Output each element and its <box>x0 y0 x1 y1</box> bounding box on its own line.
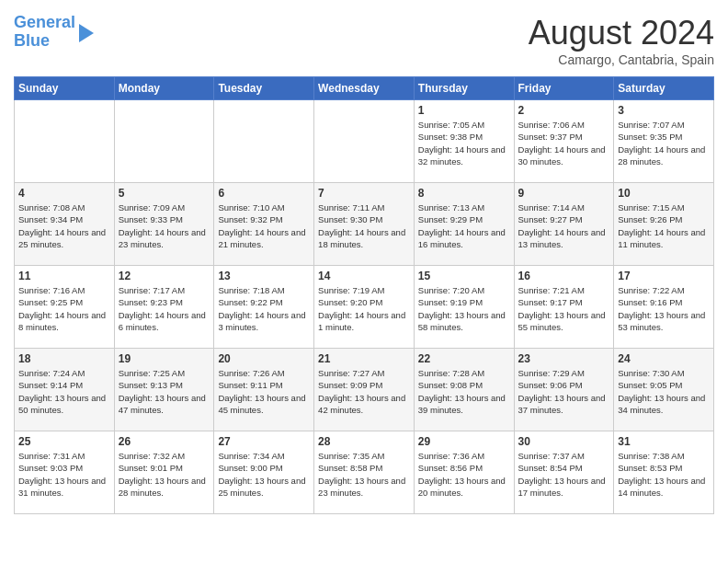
day-cell <box>214 100 314 183</box>
day-cell: 1Sunrise: 7:05 AMSunset: 9:38 PMDaylight… <box>414 100 514 183</box>
day-number: 20 <box>218 352 310 365</box>
day-info: Sunrise: 7:34 AMSunset: 9:00 PMDaylight:… <box>218 450 310 499</box>
day-number: 2 <box>518 104 610 117</box>
day-info: Sunrise: 7:31 AMSunset: 9:03 PMDaylight:… <box>18 450 110 499</box>
day-cell: 22Sunrise: 7:28 AMSunset: 9:08 PMDayligh… <box>414 349 514 431</box>
day-cell: 28Sunrise: 7:35 AMSunset: 8:58 PMDayligh… <box>314 431 415 514</box>
day-cell: 29Sunrise: 7:36 AMSunset: 8:56 PMDayligh… <box>414 431 514 514</box>
day-cell: 9Sunrise: 7:14 AMSunset: 9:27 PMDaylight… <box>514 183 614 266</box>
day-cell: 15Sunrise: 7:20 AMSunset: 9:19 PMDayligh… <box>414 266 514 349</box>
day-info: Sunrise: 7:10 AMSunset: 9:32 PMDaylight:… <box>218 201 310 250</box>
day-cell: 19Sunrise: 7:25 AMSunset: 9:13 PMDayligh… <box>114 349 214 431</box>
day-cell: 18Sunrise: 7:24 AMSunset: 9:14 PMDayligh… <box>15 349 115 431</box>
day-number: 17 <box>618 270 710 282</box>
day-number: 4 <box>18 187 110 200</box>
day-number: 1 <box>418 104 510 117</box>
day-info: Sunrise: 7:13 AMSunset: 9:29 PMDaylight:… <box>418 201 510 250</box>
day-number: 7 <box>318 187 410 200</box>
day-cell: 24Sunrise: 7:30 AMSunset: 9:05 PMDayligh… <box>614 349 714 431</box>
day-info: Sunrise: 7:21 AMSunset: 9:17 PMDaylight:… <box>518 284 610 333</box>
header-tuesday: Tuesday <box>214 77 314 100</box>
day-cell: 14Sunrise: 7:19 AMSunset: 9:20 PMDayligh… <box>314 266 415 349</box>
day-info: Sunrise: 7:22 AMSunset: 9:16 PMDaylight:… <box>618 284 710 333</box>
day-number: 21 <box>318 352 410 365</box>
day-info: Sunrise: 7:28 AMSunset: 9:08 PMDaylight:… <box>418 367 510 416</box>
header-friday: Friday <box>514 77 614 100</box>
day-cell: 11Sunrise: 7:16 AMSunset: 9:25 PMDayligh… <box>15 266 115 349</box>
day-cell: 4Sunrise: 7:08 AMSunset: 9:34 PMDaylight… <box>15 183 115 266</box>
day-cell: 7Sunrise: 7:11 AMSunset: 9:30 PMDaylight… <box>314 183 415 266</box>
day-number: 11 <box>18 270 110 282</box>
week-row-4: 18Sunrise: 7:24 AMSunset: 9:14 PMDayligh… <box>15 349 714 431</box>
day-cell: 30Sunrise: 7:37 AMSunset: 8:54 PMDayligh… <box>514 431 614 514</box>
day-number: 18 <box>18 352 110 365</box>
page-header: General Blue August 2024 Camargo, Cantab… <box>14 14 714 67</box>
day-number: 3 <box>618 104 710 117</box>
day-cell: 25Sunrise: 7:31 AMSunset: 9:03 PMDayligh… <box>15 431 115 514</box>
day-info: Sunrise: 7:05 AMSunset: 9:38 PMDaylight:… <box>418 119 510 167</box>
day-cell: 17Sunrise: 7:22 AMSunset: 9:16 PMDayligh… <box>614 266 714 349</box>
day-info: Sunrise: 7:14 AMSunset: 9:27 PMDaylight:… <box>518 201 610 250</box>
day-cell: 5Sunrise: 7:09 AMSunset: 9:33 PMDaylight… <box>114 183 214 266</box>
day-info: Sunrise: 7:07 AMSunset: 9:35 PMDaylight:… <box>618 119 710 167</box>
day-cell: 12Sunrise: 7:17 AMSunset: 9:23 PMDayligh… <box>114 266 214 349</box>
calendar-table: SundayMondayTuesdayWednesdayThursdayFrid… <box>14 76 714 514</box>
day-number: 27 <box>218 435 310 448</box>
day-info: Sunrise: 7:15 AMSunset: 9:26 PMDaylight:… <box>618 201 710 250</box>
day-info: Sunrise: 7:29 AMSunset: 9:06 PMDaylight:… <box>518 367 610 416</box>
day-number: 30 <box>518 435 610 448</box>
day-cell: 31Sunrise: 7:38 AMSunset: 8:53 PMDayligh… <box>614 431 714 514</box>
day-cell: 20Sunrise: 7:26 AMSunset: 9:11 PMDayligh… <box>214 349 314 431</box>
week-row-3: 11Sunrise: 7:16 AMSunset: 9:25 PMDayligh… <box>15 266 714 349</box>
header-monday: Monday <box>114 77 214 100</box>
header-saturday: Saturday <box>614 77 714 100</box>
day-number: 31 <box>618 435 710 448</box>
day-number: 16 <box>518 270 610 282</box>
day-number: 24 <box>618 352 710 365</box>
day-number: 10 <box>618 187 710 200</box>
day-cell: 10Sunrise: 7:15 AMSunset: 9:26 PMDayligh… <box>614 183 714 266</box>
day-cell: 3Sunrise: 7:07 AMSunset: 9:35 PMDaylight… <box>614 100 714 183</box>
day-number: 15 <box>418 270 510 282</box>
day-cell: 16Sunrise: 7:21 AMSunset: 9:17 PMDayligh… <box>514 266 614 349</box>
week-row-2: 4Sunrise: 7:08 AMSunset: 9:34 PMDaylight… <box>15 183 714 266</box>
day-cell <box>314 100 415 183</box>
day-cell <box>15 100 115 183</box>
day-number: 26 <box>119 435 210 448</box>
day-info: Sunrise: 7:17 AMSunset: 9:23 PMDaylight:… <box>119 284 210 333</box>
day-number: 12 <box>119 270 210 282</box>
day-info: Sunrise: 7:35 AMSunset: 8:58 PMDaylight:… <box>318 450 410 499</box>
day-number: 13 <box>218 270 310 282</box>
day-number: 8 <box>418 187 510 200</box>
location: Camargo, Cantabria, Spain <box>529 52 714 67</box>
day-number: 14 <box>318 270 410 282</box>
day-number: 6 <box>218 187 310 200</box>
title-block: August 2024 Camargo, Cantabria, Spain <box>529 14 714 67</box>
day-cell: 21Sunrise: 7:27 AMSunset: 9:09 PMDayligh… <box>314 349 415 431</box>
week-row-5: 25Sunrise: 7:31 AMSunset: 9:03 PMDayligh… <box>15 431 714 514</box>
month-title: August 2024 <box>529 14 714 52</box>
day-number: 22 <box>418 352 510 365</box>
day-info: Sunrise: 7:20 AMSunset: 9:19 PMDaylight:… <box>418 284 510 333</box>
day-cell: 23Sunrise: 7:29 AMSunset: 9:06 PMDayligh… <box>514 349 614 431</box>
logo-text-line1: General <box>14 14 75 32</box>
day-info: Sunrise: 7:36 AMSunset: 8:56 PMDaylight:… <box>418 450 510 499</box>
day-info: Sunrise: 7:08 AMSunset: 9:34 PMDaylight:… <box>18 201 110 250</box>
day-info: Sunrise: 7:26 AMSunset: 9:11 PMDaylight:… <box>218 367 310 416</box>
day-info: Sunrise: 7:09 AMSunset: 9:33 PMDaylight:… <box>119 201 210 250</box>
day-info: Sunrise: 7:25 AMSunset: 9:13 PMDaylight:… <box>119 367 210 416</box>
day-info: Sunrise: 7:38 AMSunset: 8:53 PMDaylight:… <box>618 450 710 499</box>
day-number: 28 <box>318 435 410 448</box>
logo: General Blue <box>14 14 94 51</box>
header-thursday: Thursday <box>414 77 514 100</box>
day-cell: 6Sunrise: 7:10 AMSunset: 9:32 PMDaylight… <box>214 183 314 266</box>
day-info: Sunrise: 7:30 AMSunset: 9:05 PMDaylight:… <box>618 367 710 416</box>
day-info: Sunrise: 7:06 AMSunset: 9:37 PMDaylight:… <box>518 119 610 167</box>
logo-arrow-icon <box>79 24 94 42</box>
day-number: 9 <box>518 187 610 200</box>
header-sunday: Sunday <box>15 77 115 100</box>
day-info: Sunrise: 7:19 AMSunset: 9:20 PMDaylight:… <box>318 284 410 333</box>
day-number: 5 <box>119 187 210 200</box>
day-number: 29 <box>418 435 510 448</box>
week-row-1: 1Sunrise: 7:05 AMSunset: 9:38 PMDaylight… <box>15 100 714 183</box>
